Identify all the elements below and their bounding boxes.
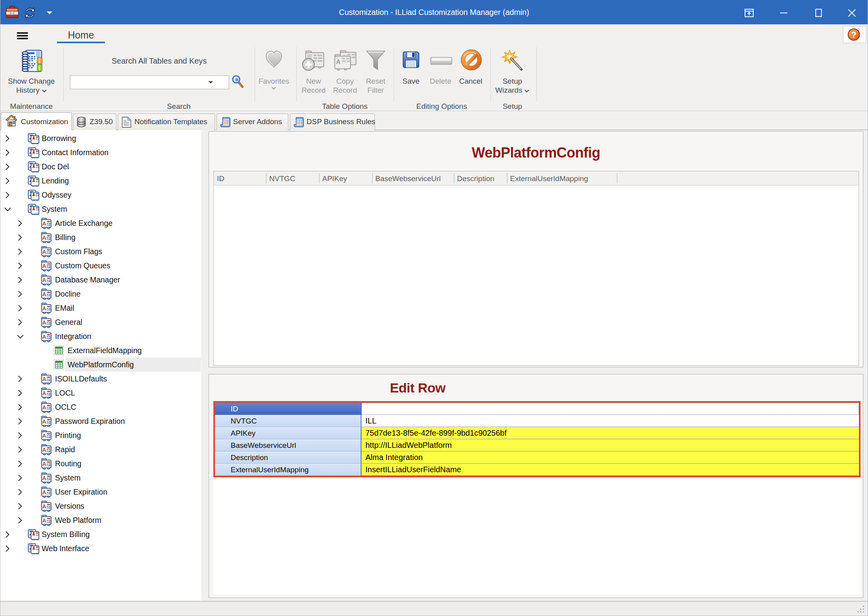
svg-text:A: A [336,59,341,65]
svg-text:?: ? [851,30,856,40]
